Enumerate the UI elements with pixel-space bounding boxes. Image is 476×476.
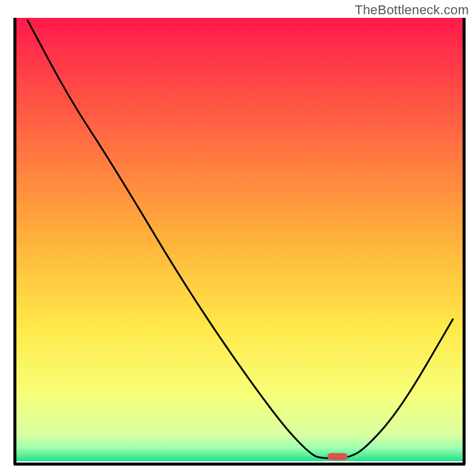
bottleneck-chart	[0, 0, 476, 476]
chart-container: TheBottleneck.com	[0, 0, 476, 476]
plot-background	[15, 18, 464, 461]
watermark-text: TheBottleneck.com	[355, 2, 469, 18]
optimum-marker	[327, 453, 347, 461]
